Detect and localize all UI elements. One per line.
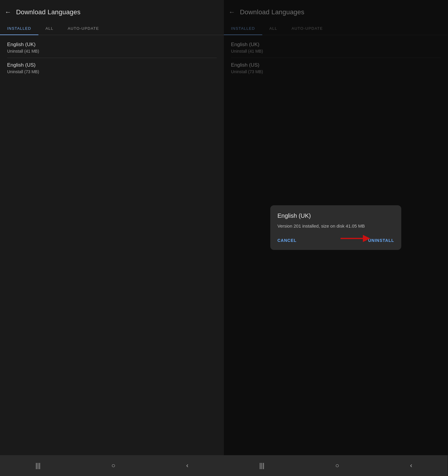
- left-tab-auto-update[interactable]: AUTO-UPDATE: [60, 22, 106, 35]
- left-page-title: Download Languages: [16, 8, 80, 16]
- language-name-uk: English (UK): [7, 42, 217, 48]
- left-back-button[interactable]: ←: [5, 9, 11, 15]
- left-language-list: English (UK) Uninstall (41 MB) English (…: [0, 35, 224, 81]
- right-nav-recent[interactable]: |||: [259, 462, 264, 469]
- list-item[interactable]: English (US) Uninstall (73 MB): [0, 58, 224, 78]
- language-action-us: Uninstall (73 MB): [7, 69, 217, 78]
- left-panel: ← Download Languages INSTALLED ALL AUTO-…: [0, 0, 224, 476]
- left-nav-home[interactable]: ○: [111, 462, 115, 469]
- red-arrow-indicator: [341, 232, 370, 245]
- right-panel: ← Download Languages INSTALLED ALL AUTO-…: [224, 0, 448, 476]
- language-action-uk: Uninstall (41 MB): [7, 49, 217, 58]
- dialog-body: Version 201 installed, size on disk 41.0…: [277, 223, 394, 230]
- left-tab-installed[interactable]: INSTALLED: [0, 22, 38, 35]
- left-nav-back[interactable]: ‹: [186, 462, 188, 469]
- dialog-actions: CANCEL UNINSTALL: [277, 236, 394, 245]
- right-nav-back[interactable]: ‹: [410, 462, 412, 469]
- uninstall-button[interactable]: UNINSTALL: [368, 236, 394, 245]
- right-nav-bar: ||| ○ ‹: [224, 455, 448, 476]
- left-tab-all[interactable]: ALL: [38, 22, 61, 35]
- left-nav-recent[interactable]: |||: [35, 462, 40, 469]
- list-item[interactable]: English (UK) Uninstall (41 MB): [0, 37, 224, 58]
- language-name-us: English (US): [7, 62, 217, 68]
- left-tabs: INSTALLED ALL AUTO-UPDATE: [0, 22, 224, 35]
- dialog-title: English (UK): [277, 212, 394, 219]
- uninstall-dialog: English (UK) Version 201 installed, size…: [270, 205, 401, 250]
- right-nav-home[interactable]: ○: [335, 462, 339, 469]
- left-nav-bar: ||| ○ ‹: [0, 455, 224, 476]
- cancel-button[interactable]: CANCEL: [277, 236, 296, 245]
- dialog-overlay: English (UK) Version 201 installed, size…: [224, 0, 448, 455]
- svg-marker-1: [363, 235, 370, 242]
- left-header: ← Download Languages: [0, 0, 224, 22]
